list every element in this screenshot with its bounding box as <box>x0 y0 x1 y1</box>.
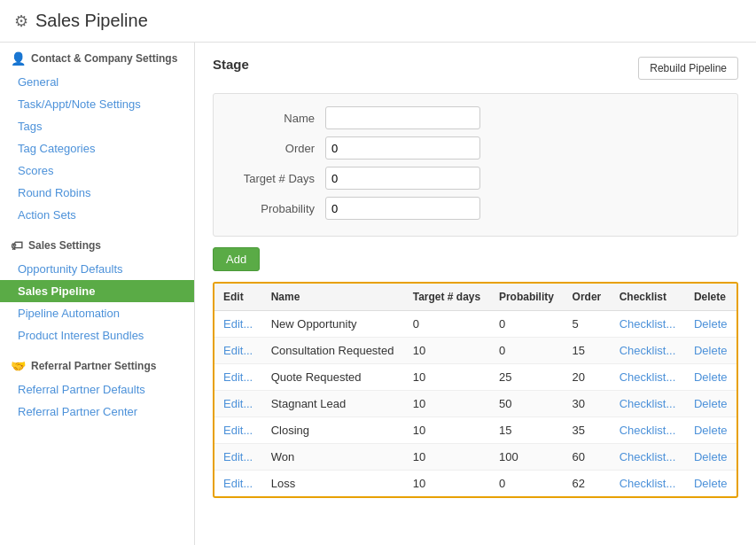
form-input-probability[interactable] <box>325 197 480 220</box>
sidebar-item-product-interest-bundles[interactable]: Product Interest Bundles <box>0 324 194 346</box>
table-row: Edit...New Opportunity005Checklist...Del… <box>214 311 737 338</box>
form-label: Probability <box>228 202 325 215</box>
sidebar-section-contact-company: 👤Contact & Company SettingsGeneralTask/A… <box>0 43 194 226</box>
sidebar-section-header-referral-partner: 🤝Referral Partner Settings <box>0 350 194 378</box>
form-input-order[interactable] <box>325 136 480 160</box>
cell-order: 15 <box>564 338 611 364</box>
sidebar-item-pipeline-automation[interactable]: Pipeline Automation <box>0 302 194 324</box>
sidebar-item-action-sets[interactable]: Action Sets <box>0 204 194 226</box>
cell-name: New Opportunity <box>262 311 404 338</box>
cell-delete[interactable]: Delete <box>685 311 737 338</box>
pipeline-table-wrapper: EditNameTarget # daysProbabilityOrderChe… <box>213 282 738 498</box>
cell-edit[interactable]: Edit... <box>214 364 262 391</box>
col-header-delete: Delete <box>685 284 737 311</box>
sidebar-section-header-sales-settings: 🏷Sales Settings <box>0 230 194 258</box>
form-input-target---days[interactable] <box>325 167 480 190</box>
table-row: Edit...Consultation Requested10015Checkl… <box>214 338 737 364</box>
form-row-order: Order <box>228 136 723 160</box>
sidebar-item-scores[interactable]: Scores <box>0 160 194 182</box>
section-icon: 👤 <box>11 51 26 66</box>
cell-name: Consultation Requested <box>262 338 404 364</box>
sidebar-item-tags[interactable]: Tags <box>0 115 194 137</box>
section-label: Sales Settings <box>28 239 101 252</box>
cell-target_days: 10 <box>404 444 490 471</box>
cell-name: Closing <box>262 417 404 444</box>
form-row-target---days: Target # Days <box>228 167 723 190</box>
main-content: Stage Rebuild Pipeline NameOrderTarget #… <box>195 43 756 545</box>
cell-checklist[interactable]: Checklist... <box>611 444 685 471</box>
sidebar: 👤Contact & Company SettingsGeneralTask/A… <box>0 43 195 545</box>
cell-checklist[interactable]: Checklist... <box>611 391 685 417</box>
table-row: Edit...Loss10062Checklist...Delete <box>214 471 737 497</box>
col-header-checklist: Checklist <box>611 284 685 311</box>
cell-name: Quote Requested <box>262 364 404 391</box>
cell-edit[interactable]: Edit... <box>214 311 262 338</box>
sidebar-item-opportunity-defaults[interactable]: Opportunity Defaults <box>0 258 194 280</box>
cell-probability: 0 <box>490 311 564 338</box>
cell-target_days: 0 <box>404 311 490 338</box>
cell-checklist[interactable]: Checklist... <box>611 417 685 444</box>
cell-delete[interactable]: Delete <box>685 471 737 497</box>
gear-icon: ⚙ <box>14 12 28 31</box>
sidebar-item-general[interactable]: General <box>0 71 194 93</box>
cell-order: 35 <box>564 417 611 444</box>
cell-edit[interactable]: Edit... <box>214 391 262 417</box>
sidebar-section-referral-partner: 🤝Referral Partner SettingsReferral Partn… <box>0 350 194 423</box>
cell-target_days: 10 <box>404 391 490 417</box>
cell-delete[interactable]: Delete <box>685 417 737 444</box>
col-header-probability: Probability <box>490 284 564 311</box>
cell-edit[interactable]: Edit... <box>214 444 262 471</box>
cell-probability: 0 <box>490 471 564 497</box>
cell-target_days: 10 <box>404 417 490 444</box>
sidebar-item-task-appt-note[interactable]: Task/Appt/Note Settings <box>0 93 194 115</box>
col-header-target---days: Target # days <box>404 284 490 311</box>
cell-probability: 50 <box>490 391 564 417</box>
cell-order: 5 <box>564 311 611 338</box>
cell-edit[interactable]: Edit... <box>214 471 262 497</box>
page-header: ⚙ Sales Pipeline <box>0 0 756 43</box>
cell-target_days: 10 <box>404 471 490 497</box>
form-label: Target # Days <box>228 172 325 185</box>
cell-target_days: 10 <box>404 364 490 391</box>
section-icon: 🏷 <box>11 238 23 253</box>
table-row: Edit...Stagnant Lead105030Checklist...De… <box>214 391 737 417</box>
stage-form: NameOrderTarget # DaysProbability <box>213 93 738 237</box>
page-wrapper: ⚙ Sales Pipeline 👤Contact & Company Sett… <box>0 0 756 545</box>
cell-order: 20 <box>564 364 611 391</box>
add-button[interactable]: Add <box>213 247 260 271</box>
stage-section-title: Stage <box>213 57 249 72</box>
sidebar-item-referral-partner-center[interactable]: Referral Partner Center <box>0 401 194 423</box>
sidebar-item-tag-categories[interactable]: Tag Categories <box>0 137 194 160</box>
sidebar-item-sales-pipeline[interactable]: Sales Pipeline <box>0 280 194 302</box>
page-title: Sales Pipeline <box>35 11 148 31</box>
section-label: Contact & Company Settings <box>31 52 177 65</box>
cell-edit[interactable]: Edit... <box>214 338 262 364</box>
content-area: 👤Contact & Company SettingsGeneralTask/A… <box>0 43 756 545</box>
table-row: Edit...Won1010060Checklist...Delete <box>214 444 737 471</box>
cell-delete[interactable]: Delete <box>685 364 737 391</box>
col-header-order: Order <box>564 284 611 311</box>
cell-probability: 100 <box>490 444 564 471</box>
sidebar-item-round-robins[interactable]: Round Robins <box>0 182 194 204</box>
pipeline-table: EditNameTarget # daysProbabilityOrderChe… <box>214 284 737 496</box>
form-row-name: Name <box>228 106 723 129</box>
cell-checklist[interactable]: Checklist... <box>611 338 685 364</box>
cell-edit[interactable]: Edit... <box>214 417 262 444</box>
cell-order: 30 <box>564 391 611 417</box>
cell-checklist[interactable]: Checklist... <box>611 311 685 338</box>
cell-delete[interactable]: Delete <box>685 444 737 471</box>
cell-checklist[interactable]: Checklist... <box>611 471 685 497</box>
table-row: Edit...Quote Requested102520Checklist...… <box>214 364 737 391</box>
form-input-name[interactable] <box>325 106 480 129</box>
sidebar-section-sales-settings: 🏷Sales SettingsOpportunity DefaultsSales… <box>0 230 194 346</box>
cell-checklist[interactable]: Checklist... <box>611 364 685 391</box>
section-label: Referral Partner Settings <box>31 360 156 372</box>
cell-name: Won <box>262 444 404 471</box>
rebuild-pipeline-button[interactable]: Rebuild Pipeline <box>638 57 738 80</box>
cell-delete[interactable]: Delete <box>685 338 737 364</box>
cell-delete[interactable]: Delete <box>685 391 737 417</box>
cell-name: Loss <box>262 471 404 497</box>
sidebar-item-referral-partner-defaults[interactable]: Referral Partner Defaults <box>0 378 194 401</box>
top-bar: Stage Rebuild Pipeline <box>213 57 738 82</box>
cell-probability: 15 <box>490 417 564 444</box>
